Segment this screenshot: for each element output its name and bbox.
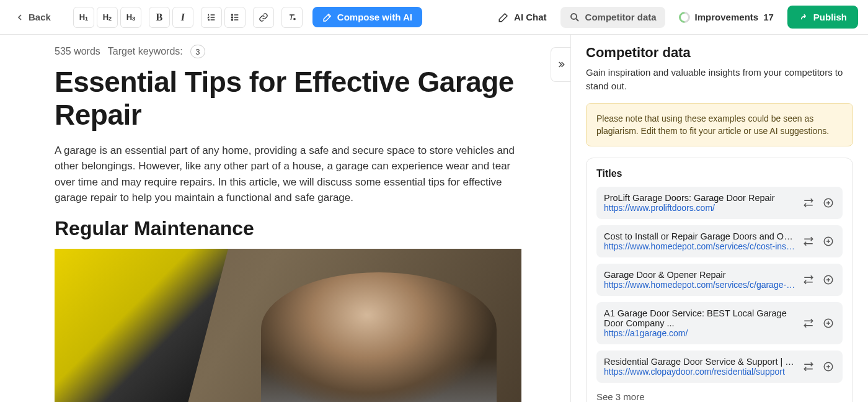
list-group bbox=[201, 7, 246, 28]
replace-button[interactable] bbox=[802, 316, 815, 330]
ai-chat-button[interactable]: AI Chat bbox=[489, 7, 556, 28]
swap-icon bbox=[803, 197, 814, 208]
add-button[interactable] bbox=[822, 234, 835, 248]
svg-point-0 bbox=[231, 14, 232, 16]
add-button[interactable] bbox=[822, 316, 835, 330]
competitor-url[interactable]: https://www.homedepot.com/services/c/gar… bbox=[604, 280, 795, 290]
add-button[interactable] bbox=[822, 273, 835, 287]
compose-ai-button[interactable]: Compose with AI bbox=[312, 7, 422, 27]
article-intro[interactable]: A garage is an essential part of any hom… bbox=[55, 143, 526, 206]
bold-button[interactable]: B bbox=[149, 7, 170, 28]
plus-circle-icon bbox=[823, 318, 834, 329]
heading-group: H1 H2 H3 bbox=[73, 7, 141, 28]
h3-button[interactable]: H3 bbox=[120, 7, 141, 28]
titles-heading: Titles bbox=[596, 168, 843, 179]
top-toolbar: Back H1 H2 H3 B I Compose with AI AI Cha… bbox=[0, 0, 868, 35]
clear-group bbox=[281, 7, 303, 28]
link-icon bbox=[259, 12, 268, 22]
article-title[interactable]: Essential Tips for Effective Garage Repa… bbox=[55, 66, 526, 132]
replace-button[interactable] bbox=[802, 234, 815, 248]
editor-column: 535 words Target keywords: 3 Essential T… bbox=[0, 35, 570, 402]
improvements-label: Improvements bbox=[695, 12, 759, 22]
competitor-title: Cost to Install or Repair Garage Doors a… bbox=[604, 231, 795, 241]
svg-point-1 bbox=[231, 17, 232, 18]
competitor-item[interactable]: Residential Garage Door Service & Suppor… bbox=[596, 351, 843, 383]
competitor-label: Competitor data bbox=[585, 12, 657, 22]
ai-chat-label: AI Chat bbox=[514, 12, 547, 22]
swap-icon bbox=[803, 318, 814, 329]
competitor-url[interactable]: https://www.homedepot.com/services/c/cos… bbox=[604, 241, 795, 251]
clear-format-button[interactable] bbox=[281, 7, 303, 28]
svg-point-3 bbox=[571, 14, 577, 19]
competitor-item[interactable]: A1 Garage Door Service: BEST Local Garag… bbox=[596, 302, 843, 344]
swap-icon bbox=[803, 361, 814, 372]
replace-button[interactable] bbox=[802, 196, 815, 210]
compose-label: Compose with AI bbox=[337, 12, 412, 22]
insert-group bbox=[253, 7, 274, 28]
plus-circle-icon bbox=[823, 236, 834, 247]
h2-button[interactable]: H2 bbox=[97, 7, 118, 28]
meta-row: 535 words Target keywords: 3 bbox=[55, 45, 546, 58]
competitor-url[interactable]: https://www.proliftdoors.com/ bbox=[604, 203, 795, 213]
see-more-link[interactable]: See 3 more bbox=[596, 391, 645, 402]
svg-point-2 bbox=[231, 19, 232, 20]
titles-card: Titles ProLift Garage Doors: Garage Door… bbox=[586, 158, 853, 402]
italic-button[interactable]: I bbox=[172, 7, 193, 28]
sidebar-description: Gain inspiration and valuable insights f… bbox=[586, 66, 853, 93]
plagiarism-warning: Please note that using these examples co… bbox=[586, 103, 853, 147]
link-button[interactable] bbox=[253, 7, 274, 28]
sidebar-panel: Competitor data Gain inspiration and val… bbox=[570, 35, 868, 402]
publish-button[interactable]: Publish bbox=[787, 6, 858, 29]
competitor-title: Residential Garage Door Service & Suppor… bbox=[604, 357, 795, 367]
ordered-list-icon bbox=[206, 12, 216, 22]
competitor-url[interactable]: https://a1garage.com/ bbox=[604, 328, 795, 338]
swap-icon bbox=[803, 274, 814, 285]
competitor-item[interactable]: ProLift Garage Doors: Garage Door Repair… bbox=[596, 187, 843, 219]
improvements-button[interactable]: Improvements 17 bbox=[670, 7, 782, 28]
replace-button[interactable] bbox=[802, 273, 815, 287]
competitor-title: Garage Door & Opener Repair bbox=[604, 270, 795, 280]
unordered-list-icon bbox=[230, 12, 240, 22]
competitor-item[interactable]: Garage Door & Opener Repair https://www.… bbox=[596, 264, 843, 296]
h1-button[interactable]: H1 bbox=[73, 7, 94, 28]
main-area: 535 words Target keywords: 3 Essential T… bbox=[0, 35, 868, 402]
competitor-title: A1 Garage Door Service: BEST Local Garag… bbox=[604, 308, 795, 328]
replace-button[interactable] bbox=[802, 360, 815, 373]
plus-circle-icon bbox=[823, 361, 834, 372]
unordered-list-button[interactable] bbox=[224, 7, 246, 28]
back-button[interactable]: Back bbox=[10, 8, 56, 26]
search-icon bbox=[569, 12, 580, 23]
add-button[interactable] bbox=[822, 360, 835, 373]
clear-format-icon bbox=[287, 12, 297, 22]
wand-icon bbox=[322, 12, 332, 22]
format-group: B I bbox=[149, 7, 193, 28]
ordered-list-button[interactable] bbox=[201, 7, 222, 28]
competitor-data-button[interactable]: Competitor data bbox=[560, 7, 665, 28]
progress-ring-icon bbox=[676, 9, 692, 25]
arrow-left-icon bbox=[15, 12, 25, 22]
target-keywords-label: Target keywords: bbox=[108, 46, 183, 57]
chevrons-right-icon bbox=[556, 60, 566, 69]
article-h2-1[interactable]: Regular Maintenance bbox=[55, 217, 546, 240]
plus-circle-icon bbox=[823, 197, 834, 208]
improvements-count: 17 bbox=[763, 12, 774, 22]
add-button[interactable] bbox=[822, 196, 835, 210]
publish-label: Publish bbox=[813, 12, 847, 22]
collapse-sidebar-button[interactable] bbox=[551, 47, 570, 82]
keyword-count-chip[interactable]: 3 bbox=[190, 45, 205, 58]
word-count: 535 words bbox=[55, 46, 100, 57]
share-arrow-icon bbox=[799, 12, 808, 22]
plus-circle-icon bbox=[823, 274, 834, 285]
swap-icon bbox=[803, 236, 814, 247]
back-label: Back bbox=[29, 12, 51, 22]
competitor-title: ProLift Garage Doors: Garage Door Repair bbox=[604, 193, 795, 203]
article-image[interactable] bbox=[55, 249, 521, 402]
sidebar-title: Competitor data bbox=[586, 45, 853, 61]
wand-small-icon bbox=[498, 12, 509, 23]
competitor-item[interactable]: Cost to Install or Repair Garage Doors a… bbox=[596, 225, 843, 257]
competitor-url[interactable]: https://www.clopaydoor.com/residential/s… bbox=[604, 367, 795, 377]
